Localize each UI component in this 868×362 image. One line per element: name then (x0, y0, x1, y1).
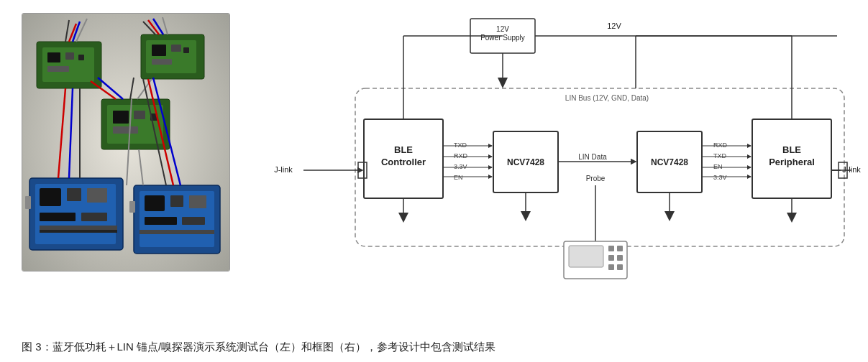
svg-marker-105 (398, 213, 408, 223)
svg-rect-34 (40, 188, 61, 206)
svg-rect-118 (608, 246, 614, 251)
svg-rect-44 (145, 195, 165, 211)
svg-marker-65 (498, 78, 508, 88)
svg-rect-40 (40, 226, 117, 230)
svg-rect-16 (183, 47, 189, 53)
svg-rect-50 (129, 201, 135, 213)
svg-text:EN: EN (454, 174, 463, 181)
svg-rect-17 (152, 59, 172, 65)
svg-text:TXD: TXD (713, 152, 727, 159)
svg-rect-37 (40, 213, 76, 221)
svg-text:Peripheral: Peripheral (769, 157, 815, 167)
svg-text:3.3V: 3.3V (454, 163, 467, 170)
svg-rect-36 (87, 188, 107, 203)
svg-rect-46 (189, 195, 206, 208)
svg-rect-47 (145, 217, 177, 225)
svg-rect-38 (81, 213, 107, 221)
svg-rect-122 (608, 264, 614, 270)
svg-rect-6 (78, 55, 84, 60)
svg-rect-4 (47, 52, 60, 62)
diagram-section: 12V Power Supply 12V LIN Bus (12V, GND, … (247, 13, 868, 286)
svg-text:Probe: Probe (586, 175, 606, 182)
svg-text:BLE: BLE (782, 144, 801, 155)
svg-text:J-link: J-link (842, 165, 861, 174)
content-row: 12V Power Supply 12V LIN Bus (12V, GND, … (22, 13, 846, 329)
svg-text:RXD: RXD (713, 141, 728, 149)
svg-rect-119 (617, 246, 623, 251)
svg-text:Power Supply: Power Supply (480, 34, 525, 42)
svg-rect-39 (25, 196, 31, 209)
svg-text:TXD: TXD (454, 141, 467, 149)
svg-text:12V: 12V (607, 22, 621, 30)
svg-rect-7 (47, 66, 69, 72)
diagram-svg: 12V Power Supply 12V LIN Bus (12V, GND, … (247, 13, 868, 282)
svg-rect-14 (152, 45, 166, 56)
svg-rect-45 (170, 195, 183, 207)
svg-text:12V: 12V (496, 25, 509, 33)
svg-marker-107 (521, 211, 531, 221)
svg-rect-117 (569, 246, 603, 267)
photo-section (22, 13, 230, 272)
photo-svg (22, 13, 229, 272)
svg-text:LIN Bus (12V, GND, Data): LIN Bus (12V, GND, Data) (565, 94, 649, 102)
svg-marker-109 (664, 211, 675, 221)
svg-rect-120 (608, 255, 614, 261)
svg-text:LIN Data: LIN Data (578, 153, 607, 161)
svg-rect-15 (171, 45, 181, 52)
svg-rect-25 (134, 111, 145, 119)
figure-caption: 图 3：蓝牙低功耗＋LIN 锚点/嗅探器演示系统测试台（左）和框图（右），参考设… (22, 339, 846, 356)
svg-text:EN: EN (713, 163, 723, 170)
svg-marker-111 (787, 213, 797, 223)
caption-text: 图 3：蓝牙低功耗＋LIN 锚点/嗅探器演示系统测试台（左）和框图（右），参考设… (22, 340, 495, 353)
svg-rect-41 (40, 230, 117, 233)
svg-rect-35 (67, 188, 81, 201)
svg-rect-48 (182, 217, 205, 225)
svg-text:3.3V: 3.3V (713, 174, 727, 181)
svg-text:NCV7428: NCV7428 (651, 157, 688, 167)
svg-text:BLE: BLE (394, 144, 413, 155)
svg-rect-49 (140, 230, 214, 234)
svg-text:RXD: RXD (454, 152, 468, 159)
svg-rect-27 (113, 126, 138, 134)
svg-text:J-link: J-link (274, 165, 293, 174)
svg-text:Controller: Controller (381, 157, 426, 167)
svg-rect-24 (113, 111, 129, 124)
svg-rect-123 (617, 264, 623, 270)
svg-rect-121 (617, 255, 623, 261)
svg-text:NCV7428: NCV7428 (507, 157, 544, 167)
main-container: 12V Power Supply 12V LIN Bus (12V, GND, … (0, 0, 868, 362)
svg-rect-5 (65, 52, 74, 60)
